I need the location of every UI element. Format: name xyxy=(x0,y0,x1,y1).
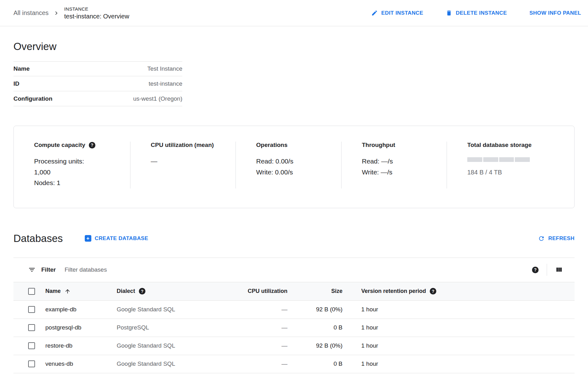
column-display-icon[interactable] xyxy=(555,266,563,274)
plus-icon: + xyxy=(85,235,91,242)
storage-bar-segment xyxy=(467,157,482,162)
header-checkbox-cell xyxy=(13,288,45,295)
database-size: 92 B (0%) xyxy=(287,342,342,349)
table-row: example-db Google Standard SQL — 92 B (0… xyxy=(13,301,575,319)
database-retention: 1 hour xyxy=(342,324,575,331)
column-label: Size xyxy=(331,288,342,294)
trash-icon xyxy=(446,10,452,16)
metric-value: Processing units: xyxy=(34,156,121,167)
column-header-size: Size xyxy=(287,288,342,294)
metric-operations: Operations Read: 0.00/s Write: 0.00/s xyxy=(236,142,341,188)
database-size: 0 B xyxy=(287,324,342,331)
create-database-button[interactable]: + CREATE DATABASE xyxy=(85,235,148,242)
detail-row-name: Name Test Instance xyxy=(13,61,182,76)
top-bar: All instances INSTANCE test-instance: Ov… xyxy=(0,0,588,26)
show-info-panel-label: SHOW INFO PANEL xyxy=(530,10,581,16)
metric-value: Nodes: 1 xyxy=(34,178,121,188)
table-row: restore-db Google Standard SQL — 92 B (0… xyxy=(13,337,575,355)
refresh-label: REFRESH xyxy=(548,235,575,242)
storage-usage-value: 184 B / 4 TB xyxy=(467,169,565,176)
database-name-link[interactable]: venues-db xyxy=(45,360,117,367)
column-header-retention: Version retention period ? xyxy=(342,288,575,294)
help-icon[interactable]: ? xyxy=(89,142,95,148)
metric-title: Throughput xyxy=(362,142,395,148)
row-checkbox[interactable] xyxy=(28,306,35,313)
databases-heading: Databases xyxy=(13,233,63,244)
filter-toolbar: Filter ? xyxy=(13,258,575,282)
database-retention: 1 hour xyxy=(342,342,575,349)
metric-value: Read: —/s xyxy=(362,156,438,167)
storage-bar-segment xyxy=(483,157,498,162)
row-checkbox[interactable] xyxy=(28,324,35,331)
database-retention: 1 hour xyxy=(342,306,575,313)
column-label: Version retention period xyxy=(361,288,426,294)
sort-ascending-icon xyxy=(64,288,71,294)
metric-title: Operations xyxy=(256,142,287,148)
database-name-link[interactable]: postgresql-db xyxy=(45,324,117,331)
main-content: Overview Name Test Instance ID test-inst… xyxy=(0,41,588,373)
delete-instance-label: DELETE INSTANCE xyxy=(456,10,507,16)
detail-row-id: ID test-instance xyxy=(13,76,182,91)
database-size: 92 B (0%) xyxy=(287,306,342,313)
refresh-button[interactable]: REFRESH xyxy=(538,235,575,242)
metric-value: — xyxy=(151,156,227,167)
table-row: postgresql-db PostgreSQL — 0 B 1 hour xyxy=(13,319,575,337)
detail-value: test-instance xyxy=(149,80,182,87)
row-checkbox-cell xyxy=(13,306,45,313)
filter-icon xyxy=(28,266,36,274)
storage-bar-segment xyxy=(499,157,514,162)
row-checkbox[interactable] xyxy=(28,360,35,367)
delete-instance-button[interactable]: DELETE INSTANCE xyxy=(446,10,507,16)
databases-header: Databases + CREATE DATABASE REFRESH xyxy=(13,233,575,244)
metric-value: Write: —/s xyxy=(362,167,438,178)
column-header-name[interactable]: Name xyxy=(45,288,117,294)
help-icon[interactable]: ? xyxy=(430,288,436,294)
column-header-cpu: CPU utilization xyxy=(207,288,287,294)
instance-details-table: Name Test Instance ID test-instance Conf… xyxy=(13,61,182,106)
metric-total-storage: Total database storage 184 B / 4 TB xyxy=(447,142,574,188)
toolbar-divider xyxy=(547,264,547,276)
database-name-link[interactable]: example-db xyxy=(45,306,117,313)
metric-throughput: Throughput Read: —/s Write: —/s xyxy=(341,142,447,188)
metric-compute-capacity: Compute capacity ? Processing units: 1,0… xyxy=(14,142,130,188)
table-row: venues-db Google Standard SQL — 0 B 1 ho… xyxy=(13,355,575,373)
edit-instance-button[interactable]: EDIT INSTANCE xyxy=(371,10,423,16)
metric-title: Total database storage xyxy=(467,142,532,148)
database-dialect: Google Standard SQL xyxy=(117,360,207,367)
column-label: CPU utilization xyxy=(248,288,287,294)
create-database-label: CREATE DATABASE xyxy=(95,235,148,242)
select-all-checkbox[interactable] xyxy=(28,288,35,295)
help-icon[interactable]: ? xyxy=(532,267,539,273)
column-label: Name xyxy=(45,288,61,294)
filter-input[interactable] xyxy=(64,266,532,273)
detail-row-configuration: Configuration us-west1 (Oregon) xyxy=(13,91,182,106)
database-dialect: Google Standard SQL xyxy=(117,306,207,313)
metric-title: Compute capacity xyxy=(34,142,85,148)
breadcrumb-all-instances[interactable]: All instances xyxy=(13,9,48,17)
detail-value: Test Instance xyxy=(147,65,182,72)
show-info-panel-button[interactable]: SHOW INFO PANEL xyxy=(530,10,581,16)
chevron-right-icon xyxy=(53,10,60,17)
help-icon[interactable]: ? xyxy=(139,288,145,294)
page-title: test-instance: Overview xyxy=(64,13,129,20)
column-header-dialect: Dialect ? xyxy=(117,288,207,294)
database-retention: 1 hour xyxy=(342,360,575,367)
filter-label: Filter xyxy=(41,266,56,273)
database-name-link[interactable]: restore-db xyxy=(45,342,117,349)
detail-label: Configuration xyxy=(13,95,53,102)
metric-cpu-utilization: CPU utilization (mean) — xyxy=(130,142,236,188)
row-checkbox-cell xyxy=(13,360,45,367)
database-size: 0 B xyxy=(287,360,342,367)
row-checkbox[interactable] xyxy=(28,342,35,349)
storage-bar-segment xyxy=(515,157,530,162)
row-checkbox-cell xyxy=(13,324,45,331)
refresh-icon xyxy=(538,235,545,242)
detail-value: us-west1 (Oregon) xyxy=(133,95,182,102)
row-checkbox-cell xyxy=(13,342,45,349)
metrics-card: Compute capacity ? Processing units: 1,0… xyxy=(13,126,575,208)
metric-value: Read: 0.00/s xyxy=(256,156,332,167)
database-dialect: Google Standard SQL xyxy=(117,342,207,349)
database-dialect: PostgreSQL xyxy=(117,324,207,331)
topbar-actions: EDIT INSTANCE DELETE INSTANCE SHOW INFO … xyxy=(371,10,581,16)
storage-usage-bar xyxy=(467,157,530,162)
